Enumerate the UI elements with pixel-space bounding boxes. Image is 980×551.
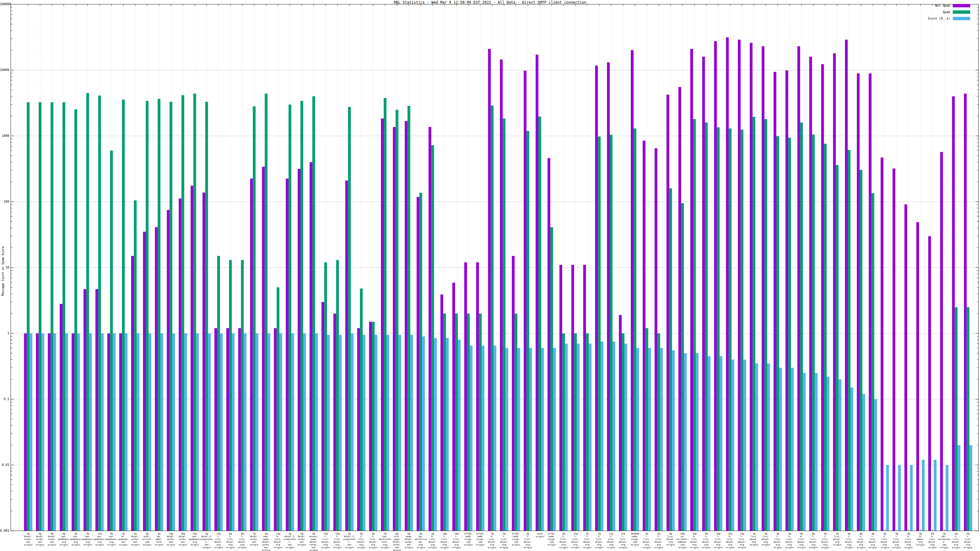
x-axis-label: 2@ dnsbl-2. uceprotect. net origin	[200, 532, 213, 549]
x-axis-label: 14@ dnsbl. sorbs. net origin	[164, 532, 178, 546]
bar-spam	[384, 98, 387, 531]
bar-score	[934, 460, 937, 531]
x-axis-label: 11@ 0. list. dnswl. org origin	[271, 532, 285, 549]
bar-not-spam	[405, 121, 407, 531]
bar-not-spam	[940, 152, 943, 531]
bar-score	[779, 368, 782, 531]
bar-spam	[598, 137, 601, 531]
bar-spam	[431, 145, 434, 531]
bar-score	[458, 340, 461, 531]
bar-not-spam	[321, 302, 324, 531]
bar-spam	[503, 119, 505, 531]
bar-score	[767, 364, 770, 531]
bar-score	[494, 346, 496, 531]
bar-spam	[586, 333, 589, 531]
y-tick-label: 10000	[0, 68, 9, 71]
bar-not-spam	[654, 148, 657, 531]
x-axis-label: 10@ 0. list. dnswl. org origin	[687, 532, 701, 549]
x-axis-label: 2@ psbl. surriel. com origin	[140, 532, 154, 546]
bar-spam	[229, 260, 232, 531]
bar-score	[565, 343, 568, 531]
bar-spam	[717, 127, 720, 531]
x-axis-label: 4@ 1. list. dnswl. org origin	[890, 532, 904, 549]
x-axis-label: 3@ 0. list. dnswl. org origin	[426, 532, 439, 549]
bar-spam	[181, 95, 185, 531]
x-axis-label: 3@ 2. list. dnswl. org origin	[367, 532, 380, 549]
bar-score	[732, 360, 734, 531]
plot-area	[0, 0, 980, 551]
legend-label: Not Spam	[935, 4, 950, 7]
bar-spam	[265, 94, 267, 531]
bar-score	[315, 333, 318, 531]
bar-spam	[562, 333, 565, 531]
y-tick-label: 0.1	[0, 397, 9, 401]
x-axis-label: 2@ dnsbl-1. uceprotect. net origin	[283, 532, 297, 549]
x-axis-label: 9@ 0. list. dnswl. org origin	[795, 532, 808, 549]
bar-score	[65, 333, 68, 531]
bar-spam	[967, 307, 970, 531]
bar-not-spam	[786, 70, 788, 531]
legend-item-score: Score (0..1)	[928, 17, 970, 20]
bar-spam	[146, 101, 148, 531]
bar-spam	[610, 135, 612, 531]
x-axis-label: 15@ Y. list. dnswl. org origin	[735, 532, 749, 549]
bar-not-spam	[345, 181, 348, 531]
x-axis-label: 6@ recent. spam. dnsbl. sorbs. net origi…	[307, 532, 320, 551]
x-axis-label: 7@ dnsbl. sorbs. net origin	[247, 532, 261, 546]
bar-not-spam	[643, 140, 646, 531]
bar-spam	[872, 193, 874, 531]
bar-not-spam	[833, 53, 836, 531]
x-axis-label: 11@ 2. list. dnswl. org origin	[605, 532, 618, 549]
bar-not-spam	[369, 322, 372, 531]
bar-not-spam	[262, 167, 265, 531]
bar-spam	[324, 262, 327, 531]
y-tick-label: 10	[0, 266, 9, 269]
bar-spam	[800, 122, 803, 531]
bar-not-spam	[488, 49, 491, 531]
bar-score	[648, 348, 651, 531]
bar-score	[232, 333, 235, 531]
bar-not-spam	[797, 46, 800, 531]
x-axis-label: 6@ new. spam. dnsbl. sorbs. net origin	[259, 532, 273, 551]
bar-score	[958, 445, 960, 531]
bar-not-spam	[881, 157, 883, 531]
bar-spam	[348, 107, 351, 531]
x-axis-label: 2@ 3. list. dnswl. org origin	[783, 532, 796, 549]
bar-score	[601, 341, 603, 531]
bar-score	[422, 337, 425, 531]
bar-score	[113, 333, 115, 531]
bar-score	[89, 333, 92, 531]
bar-score	[898, 465, 901, 531]
bar-not-spam	[191, 186, 193, 531]
bar-spam	[27, 102, 30, 531]
x-axis-label: 3@ zen. spamhaus. org origin	[81, 532, 94, 546]
bar-spam	[812, 134, 815, 531]
bar-score	[279, 333, 282, 531]
bar-spam	[158, 99, 161, 531]
bar-spam	[253, 106, 256, 531]
bar-not-spam	[560, 265, 562, 531]
bar-score	[256, 333, 258, 531]
bar-spam	[764, 119, 767, 531]
bar-score	[208, 333, 211, 531]
bar-not-spam	[952, 97, 955, 531]
bar-score	[720, 356, 722, 531]
bar-not-spam	[310, 162, 312, 531]
bar-not-spam	[202, 192, 205, 531]
bar-not-spam	[238, 328, 241, 531]
x-axis-label: 8@ Y. list. dnswl. org origin	[235, 532, 249, 549]
bar-not-spam	[512, 256, 514, 531]
bar-not-spam	[631, 50, 634, 531]
bar-spam	[98, 95, 101, 531]
bar-score	[101, 333, 104, 531]
bar-spam	[860, 170, 862, 531]
bar-score	[53, 333, 56, 531]
bar-not-spam	[334, 313, 336, 531]
x-axis-label: 5@ 1. list. dnswl. org origin	[640, 532, 654, 549]
bar-spam	[538, 117, 541, 531]
y-tick-label: 1000	[0, 134, 9, 137]
bar-spam	[312, 97, 315, 531]
y-tick-label: 100000	[0, 2, 9, 6]
bar-not-spam	[167, 210, 170, 531]
bar-spam	[634, 129, 636, 531]
